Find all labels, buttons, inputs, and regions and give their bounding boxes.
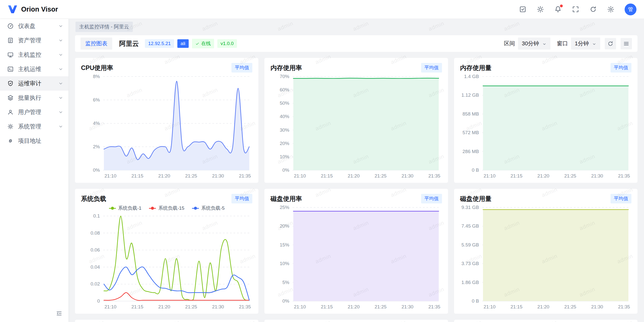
- svg-text:0%: 0%: [93, 167, 100, 173]
- check-icon: [195, 42, 199, 46]
- sidebar-item-batch-exec[interactable]: 批量执行: [0, 91, 68, 105]
- svg-text:572 MB: 572 MB: [462, 130, 479, 135]
- sidebar-item-user-mgmt[interactable]: 用户管理: [0, 105, 68, 119]
- svg-text:25%: 25%: [280, 205, 289, 210]
- average-badge[interactable]: 平均值: [611, 63, 631, 73]
- svg-text:8%: 8%: [93, 74, 100, 79]
- sidebar-footer: [0, 306, 68, 322]
- refresh-charts-button[interactable]: [605, 38, 616, 49]
- svg-text:21:35: 21:35: [618, 304, 630, 309]
- svg-text:21:30: 21:30: [591, 173, 603, 178]
- sidebar-item-label: 用户管理: [18, 108, 41, 116]
- svg-text:21:25: 21:25: [185, 304, 197, 309]
- sidebar-item-label: 系统管理: [18, 123, 41, 130]
- charts-grid: CPU使用率 平均值 0%2%4%6%8%21:1021:1521:2021:2…: [75, 58, 637, 314]
- terminal-icon: [7, 66, 14, 73]
- sidebar-item-host-ops[interactable]: 主机运维: [0, 62, 68, 76]
- link-icon: [7, 137, 14, 144]
- chart-card: 内存使用量 平均值 0 B286 MB572 MB858 MB1.12 GB1.…: [454, 58, 637, 183]
- collapse-sidebar-button[interactable]: [55, 309, 63, 318]
- chevron-down-icon: [58, 110, 63, 115]
- svg-text:0.1: 0.1: [93, 213, 100, 219]
- svg-text:21:30: 21:30: [212, 304, 224, 309]
- svg-text:21:10: 21:10: [104, 304, 116, 309]
- svg-text:0: 0: [97, 298, 100, 304]
- svg-text:21:25: 21:25: [564, 173, 576, 178]
- monitor-icon: [7, 51, 14, 58]
- chart-plot: 0 B286 MB572 MB858 MB1.12 GB1.4 GB21:102…: [460, 73, 631, 180]
- sidebar-item-host-monitor[interactable]: 主机监控: [0, 48, 68, 62]
- sidebar-item-label: 主机运维: [18, 65, 41, 73]
- svg-text:30%: 30%: [280, 127, 289, 133]
- average-badge[interactable]: 平均值: [421, 194, 442, 203]
- average-badge[interactable]: 平均值: [231, 63, 252, 73]
- average-badge[interactable]: 平均值: [231, 194, 252, 203]
- sidebar-item-label: 项目地址: [18, 137, 41, 145]
- svg-text:3.73 GB: 3.73 GB: [461, 261, 479, 266]
- shield-icon: [7, 80, 14, 87]
- sidebar-item-project-url[interactable]: 项目地址: [0, 134, 68, 148]
- svg-text:10%: 10%: [280, 154, 289, 159]
- chart-card: [454, 320, 637, 322]
- svg-text:21:20: 21:20: [348, 173, 360, 178]
- svg-text:21:35: 21:35: [239, 173, 251, 178]
- chevron-down-icon: [58, 81, 63, 86]
- svg-text:20%: 20%: [280, 141, 289, 146]
- app-logo[interactable]: Orion Visor: [8, 5, 58, 14]
- refresh-icon[interactable]: [589, 6, 597, 13]
- svg-text:21:20: 21:20: [348, 304, 360, 309]
- svg-text:0 B: 0 B: [472, 167, 479, 173]
- notifications-icon[interactable]: [554, 6, 562, 13]
- svg-text:21:25: 21:25: [375, 304, 387, 309]
- chart-plot: 0%10%20%30%40%50%60%70%21:1021:1521:2021…: [270, 73, 442, 180]
- host-ip-tag: 12.92.5.21: [145, 39, 174, 48]
- svg-text:21:30: 21:30: [591, 304, 603, 309]
- svg-text:2%: 2%: [93, 144, 100, 149]
- todo-icon[interactable]: [519, 6, 527, 13]
- window-select[interactable]: 1分钟: [571, 38, 600, 50]
- chart-layout-button[interactable]: [621, 38, 632, 49]
- svg-text:21:10: 21:10: [484, 304, 496, 309]
- agent-version-tag: v1.0.0: [217, 39, 237, 48]
- svg-text:21:35: 21:35: [618, 173, 630, 178]
- svg-text:21:10: 21:10: [104, 173, 116, 178]
- chevron-down-icon: [58, 66, 63, 72]
- monitor-chart-tab[interactable]: 监控图表: [80, 38, 112, 50]
- sidebar-item-system-mgmt[interactable]: 系统管理: [0, 119, 68, 134]
- chevron-down-icon: [58, 95, 63, 100]
- user-avatar[interactable]: 管: [625, 4, 636, 15]
- sidebar-item-assets[interactable]: 资产管理: [0, 33, 68, 48]
- fullscreen-icon[interactable]: [572, 6, 579, 13]
- gauge-icon: [7, 23, 14, 29]
- average-badge[interactable]: 平均值: [611, 194, 631, 203]
- legend-item[interactable]: 系统负载-15: [149, 205, 184, 211]
- notification-dot: [560, 5, 563, 7]
- sidebar-item-label: 资产管理: [18, 37, 41, 44]
- settings-icon[interactable]: [607, 6, 615, 13]
- svg-text:21:30: 21:30: [401, 173, 414, 178]
- chart-title: 磁盘使用率: [270, 195, 302, 203]
- theme-icon[interactable]: [537, 6, 544, 13]
- range-select[interactable]: 30分钟: [518, 38, 550, 50]
- legend-item[interactable]: 系统负载-1: [109, 205, 142, 211]
- top-header: Orion Visor 管: [0, 0, 644, 19]
- chart-card: 系统负载 平均值 系统负载-1系统负载-15系统负载-5 00.020.040.…: [75, 189, 258, 314]
- chart-title: 系统负载: [81, 195, 106, 203]
- host-code-tag: ali: [177, 39, 189, 48]
- host-name: 阿里云: [119, 39, 139, 48]
- svg-text:21:10: 21:10: [294, 304, 306, 309]
- chart-plot: 00.020.040.060.080.121:1021:1521:2021:25…: [81, 212, 252, 311]
- tools-icon: [7, 123, 14, 130]
- average-badge[interactable]: 平均值: [421, 63, 442, 73]
- header-actions: 管: [519, 4, 636, 15]
- svg-text:21:20: 21:20: [537, 304, 549, 309]
- chart-card: 磁盘使用量 平均值 0 B1.86 GB3.73 GB5.59 GB7.45 G…: [454, 189, 637, 314]
- sidebar-item-dashboard[interactable]: 仪表盘: [0, 19, 68, 33]
- svg-text:21:20: 21:20: [158, 304, 170, 309]
- chevron-down-icon: [542, 41, 547, 46]
- doc-icon: [7, 37, 14, 44]
- sidebar-item-ops-audit[interactable]: 运维审计: [0, 76, 68, 91]
- legend-item[interactable]: 系统负载-5: [192, 205, 225, 211]
- svg-text:10%: 10%: [280, 261, 289, 266]
- svg-text:21:30: 21:30: [212, 173, 224, 178]
